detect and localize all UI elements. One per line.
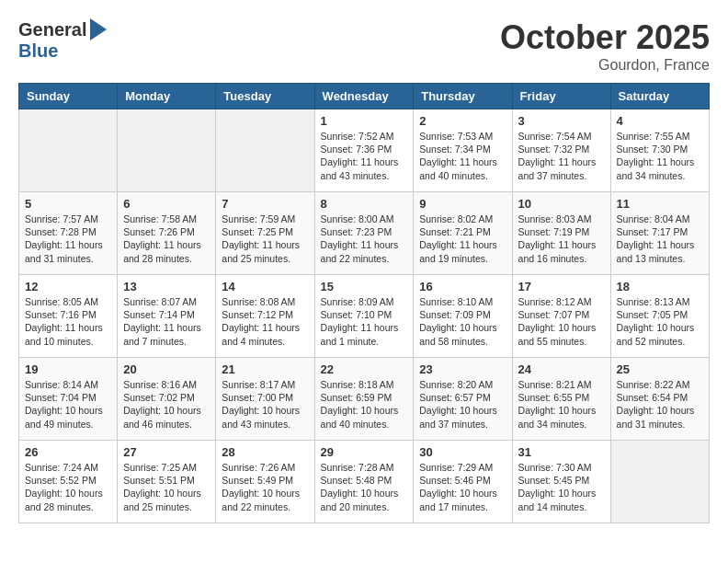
- day-info: Sunrise: 8:21 AM Sunset: 6:55 PM Dayligh…: [518, 378, 605, 431]
- logo-arrow-icon: [90, 18, 107, 40]
- day-info: Sunrise: 8:20 AM Sunset: 6:57 PM Dayligh…: [419, 378, 506, 431]
- calendar-cell: 20Sunrise: 8:16 AM Sunset: 7:02 PM Dayli…: [118, 358, 216, 441]
- calendar-cell: 30Sunrise: 7:29 AM Sunset: 5:46 PM Dayli…: [414, 441, 512, 523]
- day-info: Sunrise: 7:54 AM Sunset: 7:32 PM Dayligh…: [518, 130, 605, 182]
- day-number: 16: [419, 280, 506, 293]
- location-label: Gourdon, France: [500, 57, 710, 74]
- day-info: Sunrise: 8:22 AM Sunset: 6:54 PM Dayligh…: [617, 378, 703, 431]
- calendar-cell: 29Sunrise: 7:28 AM Sunset: 5:48 PM Dayli…: [314, 441, 414, 523]
- day-number: 4: [617, 114, 703, 128]
- calendar-cell: 13Sunrise: 8:07 AM Sunset: 7:14 PM Dayli…: [118, 275, 216, 358]
- day-number: 25: [617, 362, 703, 376]
- day-header-monday: Monday: [118, 84, 216, 109]
- day-number: 12: [25, 280, 111, 293]
- calendar-table: SundayMondayTuesdayWednesdayThursdayFrid…: [18, 83, 710, 523]
- day-info: Sunrise: 8:05 AM Sunset: 7:16 PM Dayligh…: [25, 295, 111, 348]
- day-number: 26: [25, 445, 111, 459]
- day-number: 5: [25, 197, 111, 211]
- day-number: 18: [617, 280, 703, 293]
- calendar-cell: 14Sunrise: 8:08 AM Sunset: 7:12 PM Dayli…: [216, 275, 314, 358]
- day-number: 10: [518, 197, 605, 211]
- calendar-cell: [216, 109, 314, 192]
- day-info: Sunrise: 8:18 AM Sunset: 6:59 PM Dayligh…: [321, 378, 408, 431]
- day-info: Sunrise: 8:09 AM Sunset: 7:10 PM Dayligh…: [321, 295, 408, 348]
- calendar-cell: 27Sunrise: 7:25 AM Sunset: 5:51 PM Dayli…: [118, 441, 216, 523]
- day-number: 9: [419, 197, 506, 211]
- day-info: Sunrise: 8:04 AM Sunset: 7:17 PM Dayligh…: [617, 213, 703, 265]
- calendar-cell: 15Sunrise: 8:09 AM Sunset: 7:10 PM Dayli…: [314, 275, 414, 358]
- calendar-cell: 12Sunrise: 8:05 AM Sunset: 7:16 PM Dayli…: [19, 275, 118, 358]
- day-info: Sunrise: 8:17 AM Sunset: 7:00 PM Dayligh…: [222, 378, 308, 431]
- calendar-cell: 16Sunrise: 8:10 AM Sunset: 7:09 PM Dayli…: [414, 275, 512, 358]
- day-number: 8: [321, 197, 408, 211]
- calendar-cell: 6Sunrise: 7:58 AM Sunset: 7:26 PM Daylig…: [118, 192, 216, 275]
- calendar-cell: [610, 441, 709, 523]
- day-header-friday: Friday: [512, 84, 610, 109]
- calendar-cell: 3Sunrise: 7:54 AM Sunset: 7:32 PM Daylig…: [512, 109, 610, 192]
- day-number: 28: [222, 445, 308, 459]
- day-info: Sunrise: 7:26 AM Sunset: 5:49 PM Dayligh…: [222, 461, 308, 513]
- calendar-cell: 28Sunrise: 7:26 AM Sunset: 5:49 PM Dayli…: [216, 441, 314, 523]
- calendar-cell: 8Sunrise: 8:00 AM Sunset: 7:23 PM Daylig…: [314, 192, 414, 275]
- calendar-cell: 7Sunrise: 7:59 AM Sunset: 7:25 PM Daylig…: [216, 192, 314, 275]
- day-number: 27: [123, 445, 210, 459]
- day-info: Sunrise: 8:12 AM Sunset: 7:07 PM Dayligh…: [518, 295, 605, 348]
- calendar-week-row: 1Sunrise: 7:52 AM Sunset: 7:36 PM Daylig…: [19, 109, 710, 192]
- day-info: Sunrise: 7:25 AM Sunset: 5:51 PM Dayligh…: [123, 461, 210, 513]
- day-number: 21: [222, 362, 308, 376]
- logo-general-text: General: [18, 19, 86, 40]
- day-info: Sunrise: 7:57 AM Sunset: 7:28 PM Dayligh…: [25, 213, 111, 265]
- day-number: 23: [419, 362, 506, 376]
- day-number: 22: [321, 362, 408, 376]
- calendar-header-row: SundayMondayTuesdayWednesdayThursdayFrid…: [19, 84, 710, 109]
- day-header-wednesday: Wednesday: [314, 84, 414, 109]
- day-number: 29: [321, 445, 408, 459]
- day-number: 24: [518, 362, 605, 376]
- day-info: Sunrise: 8:10 AM Sunset: 7:09 PM Dayligh…: [419, 295, 506, 348]
- day-info: Sunrise: 7:58 AM Sunset: 7:26 PM Dayligh…: [123, 213, 210, 265]
- calendar-cell: 4Sunrise: 7:55 AM Sunset: 7:30 PM Daylig…: [610, 109, 709, 192]
- calendar-cell: 25Sunrise: 8:22 AM Sunset: 6:54 PM Dayli…: [610, 358, 709, 441]
- day-info: Sunrise: 7:55 AM Sunset: 7:30 PM Dayligh…: [617, 130, 703, 182]
- calendar-cell: 31Sunrise: 7:30 AM Sunset: 5:45 PM Dayli…: [512, 441, 610, 523]
- calendar-week-row: 12Sunrise: 8:05 AM Sunset: 7:16 PM Dayli…: [19, 275, 710, 358]
- day-info: Sunrise: 8:13 AM Sunset: 7:05 PM Dayligh…: [617, 295, 703, 348]
- day-info: Sunrise: 8:02 AM Sunset: 7:21 PM Dayligh…: [419, 213, 506, 265]
- day-number: 1: [321, 114, 408, 128]
- calendar-cell: 5Sunrise: 7:57 AM Sunset: 7:28 PM Daylig…: [19, 192, 118, 275]
- day-info: Sunrise: 7:24 AM Sunset: 5:52 PM Dayligh…: [25, 461, 111, 513]
- calendar-cell: 9Sunrise: 8:02 AM Sunset: 7:21 PM Daylig…: [414, 192, 512, 275]
- day-number: 11: [617, 197, 703, 211]
- calendar-cell: 10Sunrise: 8:03 AM Sunset: 7:19 PM Dayli…: [512, 192, 610, 275]
- calendar-week-row: 5Sunrise: 7:57 AM Sunset: 7:28 PM Daylig…: [19, 192, 710, 275]
- day-info: Sunrise: 8:08 AM Sunset: 7:12 PM Dayligh…: [222, 295, 308, 348]
- calendar-cell: [118, 109, 216, 192]
- day-number: 6: [123, 197, 210, 211]
- day-number: 7: [222, 197, 308, 211]
- calendar-cell: 11Sunrise: 8:04 AM Sunset: 7:17 PM Dayli…: [610, 192, 709, 275]
- calendar-cell: 26Sunrise: 7:24 AM Sunset: 5:52 PM Dayli…: [19, 441, 118, 523]
- day-info: Sunrise: 8:16 AM Sunset: 7:02 PM Dayligh…: [123, 378, 210, 431]
- day-info: Sunrise: 8:03 AM Sunset: 7:19 PM Dayligh…: [518, 213, 605, 265]
- day-info: Sunrise: 8:14 AM Sunset: 7:04 PM Dayligh…: [25, 378, 111, 431]
- calendar-cell: 17Sunrise: 8:12 AM Sunset: 7:07 PM Dayli…: [512, 275, 610, 358]
- day-number: 14: [222, 280, 308, 293]
- day-number: 3: [518, 114, 605, 128]
- day-header-thursday: Thursday: [414, 84, 512, 109]
- calendar-cell: 22Sunrise: 8:18 AM Sunset: 6:59 PM Dayli…: [314, 358, 414, 441]
- day-number: 30: [419, 445, 506, 459]
- day-number: 17: [518, 280, 605, 293]
- calendar-cell: 23Sunrise: 8:20 AM Sunset: 6:57 PM Dayli…: [414, 358, 512, 441]
- day-number: 15: [321, 280, 408, 293]
- calendar-cell: 21Sunrise: 8:17 AM Sunset: 7:00 PM Dayli…: [216, 358, 314, 441]
- calendar-cell: 1Sunrise: 7:52 AM Sunset: 7:36 PM Daylig…: [314, 109, 414, 192]
- calendar-cell: [19, 109, 118, 192]
- day-info: Sunrise: 7:28 AM Sunset: 5:48 PM Dayligh…: [321, 461, 408, 513]
- calendar-week-row: 19Sunrise: 8:14 AM Sunset: 7:04 PM Dayli…: [19, 358, 710, 441]
- month-title: October 2025: [500, 18, 710, 57]
- day-info: Sunrise: 7:29 AM Sunset: 5:46 PM Dayligh…: [419, 461, 506, 513]
- day-header-sunday: Sunday: [19, 84, 118, 109]
- day-number: 13: [123, 280, 210, 293]
- day-info: Sunrise: 8:00 AM Sunset: 7:23 PM Dayligh…: [321, 213, 408, 265]
- calendar-cell: 2Sunrise: 7:53 AM Sunset: 7:34 PM Daylig…: [414, 109, 512, 192]
